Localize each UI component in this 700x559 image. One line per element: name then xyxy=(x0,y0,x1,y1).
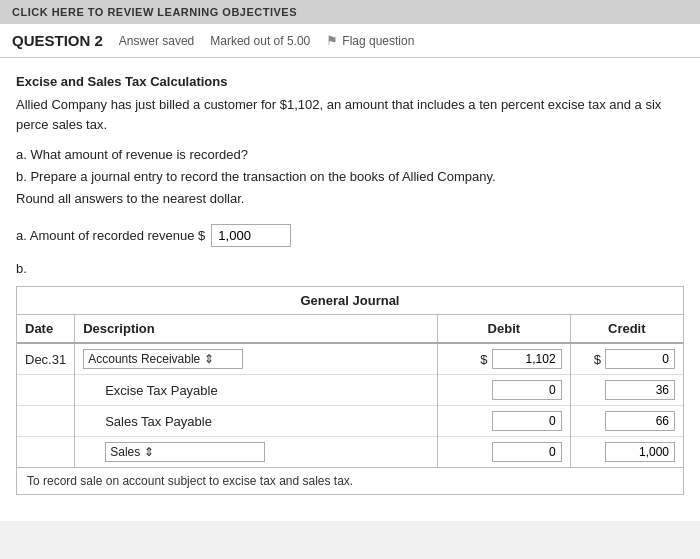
row1-date: Dec.31 xyxy=(17,343,75,375)
row2-credit xyxy=(570,375,683,406)
journal-container: General Journal Date Description Debit C… xyxy=(16,286,684,495)
amount-label: a. Amount of recorded revenue $ xyxy=(16,228,205,243)
journal-title: General Journal xyxy=(17,287,683,315)
row1-credit: $ xyxy=(570,343,683,375)
row4-credit xyxy=(570,437,683,468)
row4-date xyxy=(17,437,75,468)
journal-table: Date Description Debit Credit Dec.31 Acc… xyxy=(17,315,683,467)
row1-debit: $ xyxy=(438,343,570,375)
dollar-sign-credit: $ xyxy=(594,352,603,367)
sub-b-line: b. Prepare a journal entry to record the… xyxy=(16,166,684,188)
footer-note: To record sale on account subject to exc… xyxy=(17,467,683,494)
row3-credit xyxy=(570,406,683,437)
marked-out: Marked out of 5.00 xyxy=(210,34,310,48)
header-credit: Credit xyxy=(570,315,683,343)
amount-input[interactable] xyxy=(211,224,291,247)
row1-credit-input[interactable] xyxy=(605,349,675,369)
banner-text: CLICK HERE TO REVIEW LEARNING OBJECTIVES xyxy=(12,6,297,18)
row3-debit xyxy=(438,406,570,437)
select-arrow-icon-2: ⇕ xyxy=(144,445,154,459)
row4-debit xyxy=(438,437,570,468)
question-body: Allied Company has just billed a custome… xyxy=(16,95,684,134)
flag-label: Flag question xyxy=(342,34,414,48)
row4-description: Sales ⇕ xyxy=(75,437,438,468)
row4-debit-input[interactable] xyxy=(492,442,562,462)
main-content: Excise and Sales Tax Calculations Allied… xyxy=(0,58,700,521)
amount-row: a. Amount of recorded revenue $ xyxy=(16,224,684,247)
row3-debit-input[interactable] xyxy=(492,411,562,431)
sales-label: Sales xyxy=(110,445,140,459)
accounts-receivable-select-wrap[interactable]: Accounts Receivable ⇕ xyxy=(83,349,243,369)
row3-description: Sales Tax Payable xyxy=(75,406,438,437)
header-description: Description xyxy=(75,315,438,343)
sales-select-wrap[interactable]: Sales ⇕ xyxy=(105,442,265,462)
row1-debit-input[interactable] xyxy=(492,349,562,369)
sub-a-line: a. What amount of revenue is recorded? xyxy=(16,144,684,166)
flag-icon: ⚑ xyxy=(326,33,338,48)
row3-date xyxy=(17,406,75,437)
dollar-sign-debit: $ xyxy=(480,352,489,367)
question-label: QUESTION 2 xyxy=(12,32,103,49)
row3-credit-input[interactable] xyxy=(605,411,675,431)
flag-question-button[interactable]: ⚑ Flag question xyxy=(326,33,414,48)
accounts-receivable-label: Accounts Receivable xyxy=(88,352,200,366)
row4-credit-input[interactable] xyxy=(605,442,675,462)
sub-c-line: Round all answers to the nearest dollar. xyxy=(16,188,684,210)
row2-debit xyxy=(438,375,570,406)
table-header-row: Date Description Debit Credit xyxy=(17,315,683,343)
header-date: Date xyxy=(17,315,75,343)
b-label: b. xyxy=(16,261,684,276)
header-debit: Debit xyxy=(438,315,570,343)
row2-credit-input[interactable] xyxy=(605,380,675,400)
table-row: Sales Tax Payable xyxy=(17,406,683,437)
table-row: Dec.31 Accounts Receivable ⇕ $ xyxy=(17,343,683,375)
top-banner[interactable]: CLICK HERE TO REVIEW LEARNING OBJECTIVES xyxy=(0,0,700,24)
select-arrow-icon: ⇕ xyxy=(204,352,214,366)
row2-debit-input[interactable] xyxy=(492,380,562,400)
question-header: QUESTION 2 Answer saved Marked out of 5.… xyxy=(0,24,700,58)
question-title: Excise and Sales Tax Calculations xyxy=(16,74,684,89)
sub-questions: a. What amount of revenue is recorded? b… xyxy=(16,144,684,210)
row2-description: Excise Tax Payable xyxy=(75,375,438,406)
answer-status: Answer saved xyxy=(119,34,194,48)
table-row: Excise Tax Payable xyxy=(17,375,683,406)
table-row: Sales ⇕ xyxy=(17,437,683,468)
row1-description: Accounts Receivable ⇕ xyxy=(75,343,438,375)
row2-date xyxy=(17,375,75,406)
